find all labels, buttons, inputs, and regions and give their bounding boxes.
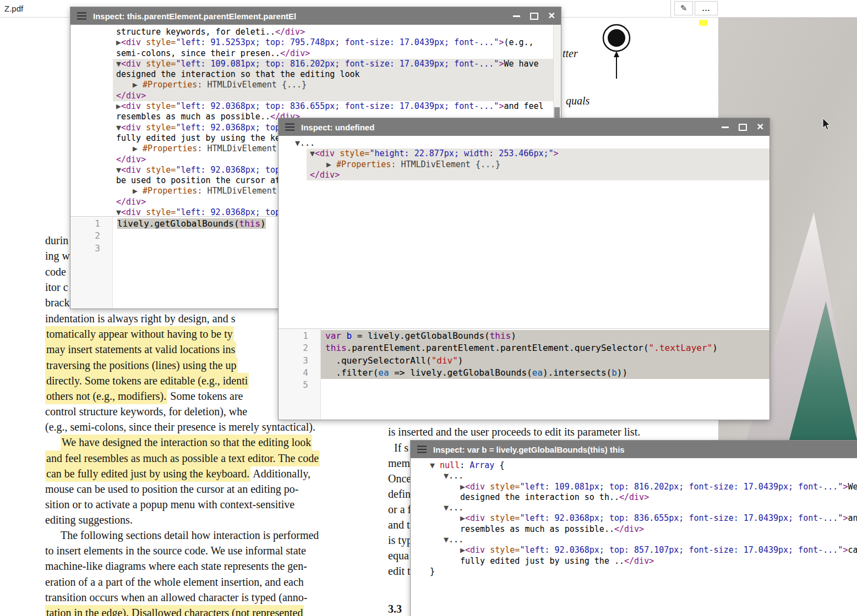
code-line[interactable]: .filter(ea => lively.getGlobalBounds(ea)… <box>321 367 769 379</box>
window-menu-icon[interactable] <box>77 15 86 17</box>
text-segment: designed the interaction so that the edi… <box>116 69 360 79</box>
minimize-icon[interactable] <box>513 15 520 17</box>
text-segment: => lively.getGlobalBounds( <box>389 367 532 378</box>
dom-tree-node[interactable]: ▶ #Properties: HTMLDivElement {...} <box>307 160 769 170</box>
text-segment: .filter( <box>325 367 378 378</box>
close-icon[interactable]: ✕ <box>548 12 555 20</box>
text-segment: and <box>848 513 857 523</box>
text-segment: ▶ <box>460 545 465 555</box>
code-line[interactable]: var b = lively.getGlobalBounds(this) <box>321 330 769 342</box>
text-segment: style= <box>146 59 176 69</box>
editor-gutter: 12345 <box>279 329 321 420</box>
text-segment: style= <box>490 513 520 523</box>
text-segment: style= <box>146 165 176 175</box>
dom-tree-node[interactable]: ▼<div style="height: 22.877px; width: 25… <box>307 148 769 159</box>
text-segment: ) <box>712 343 718 353</box>
text-segment: "left: 109.081px; top: 816.202px; font-s… <box>176 59 499 69</box>
text-segment: </div> <box>116 197 146 207</box>
dom-tree-node[interactable]: ▼... <box>411 535 857 545</box>
text-segment: We <box>848 482 857 492</box>
line-number: 3 <box>279 355 320 367</box>
text-segment: <div <box>121 165 141 175</box>
dom-tree-node[interactable]: ▶<div style="left: 92.0368px; top: 857.1… <box>411 545 857 556</box>
code-line[interactable] <box>321 379 769 391</box>
text-segment <box>141 207 146 216</box>
text-segment: </div> <box>310 170 340 180</box>
dom-tree-node[interactable]: ▶ #Properties: HTMLDivElement {...} <box>113 80 561 90</box>
text-segment <box>485 545 490 555</box>
dom-tree-node[interactable]: ▼... <box>279 138 769 148</box>
text-segment: #Properties: <box>336 160 396 169</box>
dom-tree-node[interactable]: resembles as much as possible..</div> <box>411 524 857 535</box>
dom-tree-node[interactable]: } <box>411 566 857 577</box>
text-segment: </div> <box>619 492 649 502</box>
text-segment: #Properties: <box>143 80 202 90</box>
dom-tree-node[interactable]: designed the interaction so th..</div> <box>411 492 857 503</box>
text-segment: ▼ <box>444 503 449 513</box>
dom-tree-node[interactable]: ▼... <box>411 503 857 513</box>
code-line[interactable]: this.parentElement.parentElement.parentE… <box>321 342 769 354</box>
window-menu-icon[interactable] <box>417 449 427 450</box>
close-icon[interactable]: ✕ <box>757 123 764 131</box>
window-title: Inspect: var b = lively.getGlobalBounds(… <box>433 445 625 454</box>
inspector-window-3: Inspect: var b = lively.getGlobalBounds(… <box>410 440 857 616</box>
dom-tree-node[interactable]: </div> <box>113 91 561 101</box>
window-titlebar[interactable]: Inspect: undefined ✕ <box>279 118 769 136</box>
dom-tree-node[interactable]: ▶<div style="left: 109.081px; top: 816.2… <box>411 482 857 492</box>
dom-tree-node[interactable]: designed the interaction so that the edi… <box>113 69 561 80</box>
maximize-icon[interactable] <box>739 124 747 131</box>
text-segment: } <box>430 566 435 576</box>
state-diagram-start-node <box>594 19 644 85</box>
code-editor[interactable]: 12345 var b = lively.getGlobalBounds(thi… <box>279 328 769 420</box>
text-segment: <div <box>465 545 485 555</box>
text-segment: style= <box>146 101 176 111</box>
dom-tree-node[interactable]: ▶<div style="left: 92.0368px; top: 836.6… <box>70 101 561 112</box>
dom-tree-node[interactable]: ▼ null: Array { <box>411 460 857 471</box>
line-number: 2 <box>70 230 112 242</box>
window-title: Inspect: undefined <box>301 123 374 132</box>
text-segment: </div> <box>116 91 146 101</box>
dom-tree-node[interactable]: ▼... <box>411 471 857 481</box>
window-titlebar[interactable]: Inspect: this.parentElement.parentElemen… <box>70 7 561 25</box>
text-segment: b <box>347 331 352 341</box>
text-segment: this <box>325 343 347 353</box>
dom-tree-node[interactable]: ▼<div style="left: 109.081px; top: 816.2… <box>113 59 561 69</box>
text-segment: </div> <box>280 48 310 58</box>
text-segment <box>141 37 146 47</box>
code-line[interactable]: .querySelectorAll("div") <box>321 355 769 367</box>
more-options-button[interactable]: ... <box>695 1 718 15</box>
text-segment: ) <box>260 218 266 229</box>
text-segment: ▶ <box>133 80 138 90</box>
text-segment: this <box>239 218 261 229</box>
maximize-icon[interactable] <box>530 13 538 20</box>
text-segment: ... <box>449 535 463 544</box>
text-segment: <div <box>465 513 485 523</box>
text-segment <box>141 101 146 111</box>
text-segment: HTMLDivElement {...} <box>202 80 307 90</box>
dom-tree-node[interactable]: ▶<div style="left: 92.0368px; top: 836.6… <box>411 513 857 524</box>
text-segment: <div <box>465 482 485 492</box>
dom-tree-node[interactable]: semi-colons, since their presen..</div> <box>70 48 561 59</box>
dom-tree-node[interactable]: structure keywords, for deleti..</div> <box>70 27 561 37</box>
window-titlebar[interactable]: Inspect: var b = lively.getGlobalBounds(… <box>411 441 857 458</box>
text-segment: "height: 22.877px; width: 253.466px;" <box>369 148 553 158</box>
window-title: Inspect: this.parentElement.parentElemen… <box>93 12 296 21</box>
text-segment: ▼ <box>116 123 121 133</box>
dom-tree: ▼...▼<div style="height: 22.877px; width… <box>279 136 769 328</box>
text-segment <box>138 80 143 90</box>
dom-tree-node[interactable]: </div> <box>307 170 769 180</box>
text-segment: style= <box>490 545 520 555</box>
minimize-icon[interactable] <box>722 127 729 128</box>
text-segment: semi-colons, since their presen.. <box>116 48 280 58</box>
editor-code[interactable]: var b = lively.getGlobalBounds(this)this… <box>321 329 769 420</box>
inspector-window-2: Inspect: undefined ✕ ▼...▼<div style="he… <box>278 118 770 420</box>
edit-pencil-button[interactable]: ✎ <box>674 1 693 15</box>
dom-tree-node[interactable]: ▶<div style="left: 91.5253px; top: 795.7… <box>70 37 561 48</box>
pdf-tab-label[interactable]: Z.pdf <box>4 4 23 13</box>
dom-tree-node[interactable]: fully edited just by using the ..</div> <box>411 556 857 566</box>
line-number: 4 <box>279 367 320 379</box>
text-segment: <div <box>121 59 141 69</box>
text-segment: style= <box>146 37 176 47</box>
window-menu-icon[interactable] <box>285 127 294 128</box>
text-segment: ) <box>458 355 463 366</box>
